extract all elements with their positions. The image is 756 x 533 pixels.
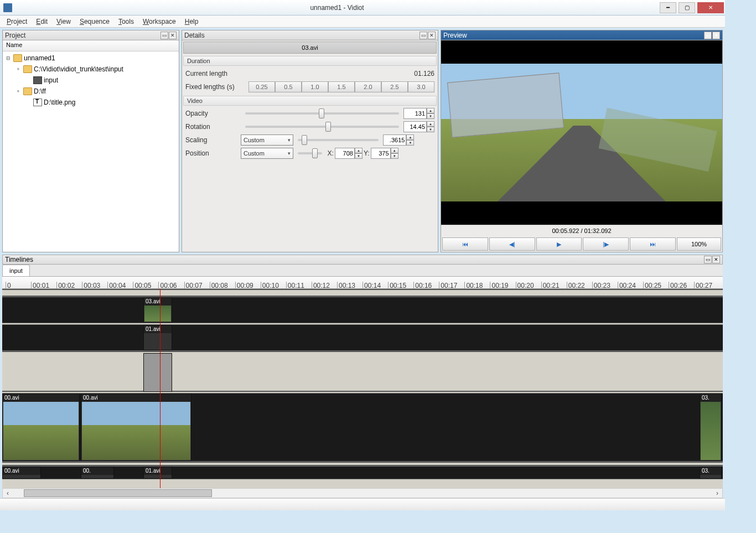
spin-up[interactable]: ▲: [355, 148, 363, 153]
timeline-scrollbar[interactable]: ‹ ›: [2, 488, 723, 498]
details-close-button[interactable]: ✕: [428, 32, 436, 39]
tree-expander[interactable]: ⊟: [5, 55, 12, 61]
clip-label: 03.: [700, 394, 721, 402]
position-y-input[interactable]: [371, 148, 391, 159]
scaling-slider[interactable]: [298, 139, 379, 141]
length-button[interactable]: 1.0: [302, 81, 328, 92]
spin-down[interactable]: ▼: [427, 127, 434, 132]
timeline-clip[interactable]: 01.avi: [143, 325, 172, 350]
duration-section-header: Duration: [183, 56, 437, 66]
menu-edit[interactable]: Edit: [32, 17, 52, 27]
scroll-right-icon[interactable]: ›: [712, 489, 722, 497]
tree-root-label[interactable]: unnamed1: [24, 54, 55, 62]
timeline-clip[interactable]: 00.avi: [81, 394, 191, 461]
length-button[interactable]: 3.0: [408, 81, 434, 92]
preview-close-button[interactable]: ✕: [712, 32, 720, 39]
timeline-body[interactable]: 03.avi 01.avi 00.avi 00.avi: [2, 289, 723, 488]
preview-dock-button[interactable]: ▭: [704, 32, 712, 39]
length-button[interactable]: 2.5: [381, 81, 408, 92]
scroll-left-icon[interactable]: ‹: [3, 489, 13, 497]
timeline-clip[interactable]: 00.: [81, 467, 114, 479]
ruler-tick: 00:21: [541, 282, 567, 288]
position-x-input[interactable]: [335, 148, 355, 159]
close-button[interactable]: ✕: [697, 2, 724, 13]
maximize-button[interactable]: ▢: [679, 2, 695, 13]
project-panel-title: Project: [5, 32, 160, 39]
timelines-close-button[interactable]: ✕: [712, 256, 720, 263]
app-icon: [3, 3, 12, 12]
menu-project[interactable]: Project: [2, 17, 32, 27]
ruler-tick: 00:03: [82, 282, 107, 288]
opacity-input[interactable]: [403, 108, 427, 119]
menu-view[interactable]: View: [52, 17, 75, 27]
tree-item-label[interactable]: C:\Vidiot\vidiot_trunk\test\input: [34, 65, 123, 73]
timeline-ruler[interactable]: 000:0100:0200:0300:0400:0500:0600:0700:0…: [2, 277, 723, 289]
spin-down[interactable]: ▼: [355, 153, 363, 159]
timeline-clip[interactable]: 01.avi: [143, 467, 172, 479]
spin-down[interactable]: ▼: [406, 140, 414, 146]
sequence-icon: [33, 76, 42, 84]
tree-expander[interactable]: +: [15, 66, 22, 73]
tree-expander[interactable]: +: [15, 88, 22, 95]
position-x-slider[interactable]: [298, 152, 322, 154]
length-button[interactable]: 1.5: [328, 81, 355, 92]
tree-item-label[interactable]: D:\title.png: [44, 99, 75, 106]
length-button[interactable]: 0.5: [275, 81, 302, 92]
menu-sequence[interactable]: Sequence: [75, 17, 114, 27]
spin-up[interactable]: ▲: [391, 148, 398, 153]
clip-label: 00.: [81, 467, 113, 475]
spin-up[interactable]: ▲: [406, 134, 414, 140]
scroll-thumb[interactable]: [24, 489, 212, 497]
length-button[interactable]: 2.0: [355, 81, 381, 92]
menu-workspace[interactable]: Workspace: [138, 17, 180, 27]
clip-label: 00.avi: [3, 394, 79, 402]
spin-down[interactable]: ▼: [427, 113, 434, 119]
rotation-input[interactable]: [403, 121, 427, 132]
spin-up[interactable]: ▲: [427, 121, 434, 127]
opacity-label: Opacity: [185, 110, 241, 117]
timeline-clip[interactable]: [143, 353, 172, 392]
spin-down[interactable]: ▼: [391, 153, 398, 159]
preview-display[interactable]: [441, 40, 722, 225]
preview-prev-button[interactable]: ◀|: [489, 237, 535, 251]
opacity-slider[interactable]: [245, 112, 399, 115]
menu-tools[interactable]: Tools: [114, 17, 138, 27]
tree-item-label[interactable]: D:\ff: [34, 87, 46, 95]
project-column-header[interactable]: Name: [3, 40, 179, 51]
ruler-tick: 00:06: [158, 282, 184, 288]
position-mode-select[interactable]: Custom: [241, 148, 293, 159]
playhead[interactable]: [160, 289, 160, 488]
preview-last-button[interactable]: ⏭: [630, 237, 676, 251]
minimize-button[interactable]: ━: [660, 2, 676, 13]
scaling-mode-select[interactable]: Custom: [241, 134, 293, 146]
current-length-label: Current length: [185, 70, 241, 77]
clip-label: 00.avi: [81, 394, 191, 402]
clip-label: 01.avi: [144, 467, 172, 475]
ruler-tick: 00:27: [694, 282, 719, 288]
preview-next-button[interactable]: |▶: [583, 237, 629, 251]
tree-item-label[interactable]: input: [44, 76, 58, 84]
preview-zoom[interactable]: 100%: [677, 237, 721, 251]
project-tree[interactable]: ⊟ unnamed1 + C:\Vidiot\vidiot_trunk\test…: [3, 51, 179, 252]
menu-help[interactable]: Help: [180, 17, 203, 27]
spin-up[interactable]: ▲: [427, 108, 434, 113]
length-button[interactable]: 0.25: [248, 81, 275, 92]
timeline-clip[interactable]: 03.: [700, 394, 722, 461]
rotation-slider[interactable]: [245, 126, 399, 128]
preview-first-button[interactable]: ⏮: [442, 237, 488, 251]
project-close-button[interactable]: ✕: [169, 32, 177, 39]
timeline-clip[interactable]: 00.avi: [2, 394, 80, 461]
timelines-dock-button[interactable]: ▭: [704, 256, 712, 263]
timeline-clip[interactable]: 00.avi: [2, 467, 41, 479]
current-length-value: 01.126: [414, 70, 434, 77]
scaling-input[interactable]: [383, 134, 406, 146]
ruler-tick: 00:17: [439, 282, 464, 288]
preview-play-button[interactable]: ▶: [536, 237, 582, 251]
ruler-tick: 00:10: [261, 282, 286, 288]
project-dock-button[interactable]: ▭: [160, 32, 168, 39]
timeline-clip[interactable]: 03.avi: [143, 297, 172, 323]
timeline-tab[interactable]: input: [2, 265, 30, 276]
details-dock-button[interactable]: ▭: [420, 32, 427, 39]
ruler-tick: 00:12: [312, 282, 337, 288]
timeline-clip[interactable]: 03.: [700, 467, 722, 479]
